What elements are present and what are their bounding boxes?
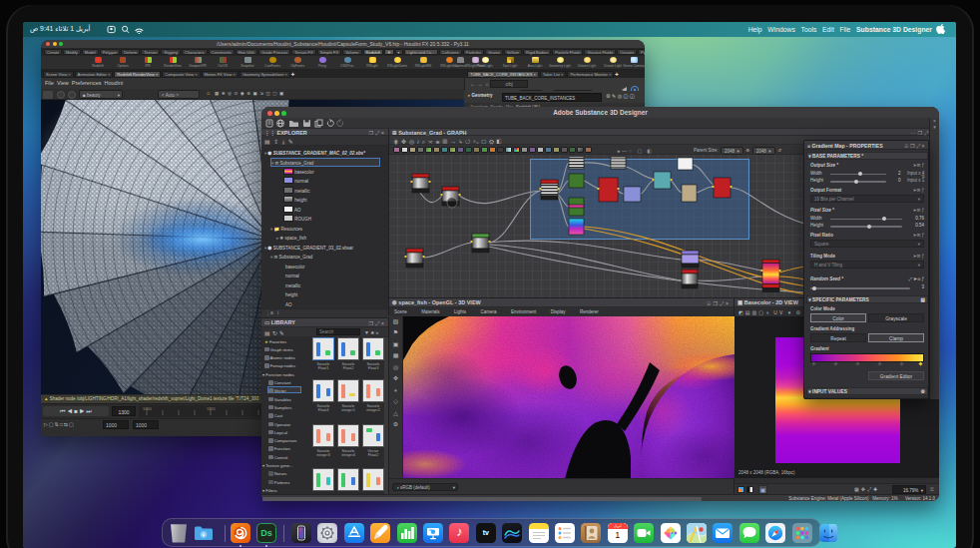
svg-text:1120: 1120 [207,406,216,411]
svg-text:1060: 1060 [143,406,153,411]
